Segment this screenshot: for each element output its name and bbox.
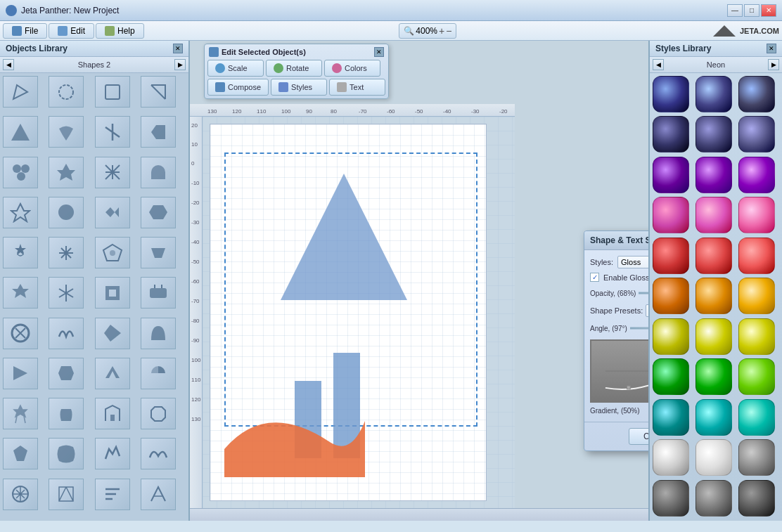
shape-item[interactable]: [141, 358, 176, 389]
style-orange-1[interactable]: [653, 278, 689, 314]
style-white-2[interactable]: [696, 439, 732, 476]
style-pink-2[interactable]: [696, 197, 732, 233]
zoom-minus-button[interactable]: −: [446, 25, 451, 37]
edit-toolbar-close-button[interactable]: ✕: [374, 47, 384, 57]
shape-item[interactable]: [3, 479, 38, 510]
shape-item[interactable]: [3, 277, 38, 309]
style-purple-1[interactable]: [653, 157, 689, 193]
minimize-button[interactable]: —: [727, 4, 743, 17]
zoom-plus-button[interactable]: +: [439, 25, 444, 37]
menu-file[interactable]: File: [3, 23, 47, 39]
shape-item[interactable]: [3, 116, 38, 148]
shape-item[interactable]: [141, 479, 176, 510]
style-yellow-3[interactable]: [738, 318, 775, 355]
style-teal[interactable]: [738, 399, 775, 436]
style-dark[interactable]: [738, 480, 775, 517]
style-green-3[interactable]: [738, 358, 775, 395]
rotate-button[interactable]: Rotate: [266, 60, 322, 77]
style-orange-2[interactable]: [696, 278, 732, 314]
shape-item[interactable]: [141, 277, 176, 309]
shape-item[interactable]: [3, 318, 38, 349]
shape-item[interactable]: [49, 116, 84, 148]
style-darkblue-1[interactable]: [653, 116, 689, 153]
style-red-2[interactable]: [696, 238, 732, 274]
style-blue-3[interactable]: [738, 76, 775, 112]
shape-item[interactable]: [95, 479, 130, 510]
styles-library-next-button[interactable]: ▶: [768, 59, 779, 70]
style-blue-1[interactable]: [653, 76, 689, 112]
compose-button[interactable]: Compose: [207, 79, 269, 96]
shape-item[interactable]: [95, 157, 130, 188]
style-orange-3[interactable]: [738, 278, 775, 314]
close-button[interactable]: Close: [629, 428, 648, 445]
shape-item[interactable]: [49, 76, 84, 108]
enable-gloss-checkbox[interactable]: ✓: [590, 273, 599, 282]
shape-item[interactable]: [95, 237, 130, 268]
style-darkgray-1[interactable]: [653, 480, 689, 517]
shape-item[interactable]: [3, 157, 38, 188]
style-purple-3[interactable]: [738, 157, 775, 193]
shape-item[interactable]: [95, 116, 130, 148]
shape-item[interactable]: [141, 116, 176, 148]
canvas-content[interactable]: [203, 117, 515, 508]
style-purple-2[interactable]: [696, 157, 732, 193]
shape-item[interactable]: [95, 438, 130, 469]
style-darkblue-3[interactable]: [738, 116, 775, 153]
text-button[interactable]: Text: [329, 79, 385, 96]
style-cyan-2[interactable]: [696, 399, 732, 436]
curve-preview[interactable]: [590, 339, 648, 403]
shape-item[interactable]: [95, 76, 130, 108]
style-gray[interactable]: [738, 439, 775, 476]
presets-select[interactable]: Custom: [646, 304, 648, 317]
shape-item[interactable]: [49, 438, 84, 469]
style-green-1[interactable]: [653, 358, 689, 395]
shape-item[interactable]: [3, 237, 38, 268]
shape-item[interactable]: [3, 398, 38, 429]
style-darkgray-2[interactable]: [696, 480, 732, 517]
shape-item[interactable]: [95, 318, 130, 349]
menu-edit[interactable]: Edit: [49, 23, 94, 39]
styles-button[interactable]: Styles: [271, 79, 327, 96]
maximize-button[interactable]: □: [744, 4, 759, 17]
styles-library-close-button[interactable]: ✕: [767, 44, 776, 53]
angle-slider[interactable]: [630, 321, 648, 335]
shape-item[interactable]: [49, 318, 84, 349]
shape-item[interactable]: [95, 358, 130, 389]
objects-library-prev-button[interactable]: ◀: [3, 59, 14, 70]
style-yellow-1[interactable]: [653, 318, 689, 355]
shape-item[interactable]: [49, 277, 84, 309]
style-yellow-2[interactable]: [696, 318, 732, 355]
style-white-1[interactable]: [653, 439, 689, 476]
shape-item[interactable]: [141, 157, 176, 188]
style-darkblue-2[interactable]: [696, 116, 732, 153]
shape-item[interactable]: [49, 479, 84, 510]
shape-item[interactable]: [95, 398, 130, 429]
style-pink-1[interactable]: [653, 197, 689, 233]
shape-item[interactable]: [95, 197, 130, 228]
menu-help[interactable]: Help: [96, 23, 144, 39]
scale-button[interactable]: Scale: [207, 60, 264, 77]
style-red-3[interactable]: [738, 238, 775, 274]
shape-item[interactable]: [141, 398, 176, 429]
style-blue-2[interactable]: [696, 76, 732, 112]
colors-button[interactable]: Colors: [324, 60, 380, 77]
objects-library-close-button[interactable]: ✕: [173, 44, 183, 53]
shape-item[interactable]: [49, 398, 84, 429]
opacity-slider[interactable]: [639, 286, 648, 300]
shape-item[interactable]: [3, 197, 38, 228]
style-green-2[interactable]: [696, 358, 732, 395]
shape-item[interactable]: [141, 197, 176, 228]
shape-item[interactable]: [141, 318, 176, 349]
shape-item[interactable]: [141, 237, 176, 268]
shape-item[interactable]: [141, 438, 176, 469]
close-button[interactable]: ✕: [761, 4, 776, 17]
styles-select[interactable]: Gloss: [617, 256, 648, 268]
style-cyan-1[interactable]: [653, 399, 689, 436]
styles-library-prev-button[interactable]: ◀: [653, 59, 664, 70]
shape-item[interactable]: [49, 197, 84, 228]
objects-library-next-button[interactable]: ▶: [174, 59, 186, 70]
shape-item[interactable]: [141, 76, 176, 108]
shape-item[interactable]: [95, 277, 130, 309]
shape-item[interactable]: [49, 358, 84, 389]
style-magenta[interactable]: [738, 197, 775, 233]
